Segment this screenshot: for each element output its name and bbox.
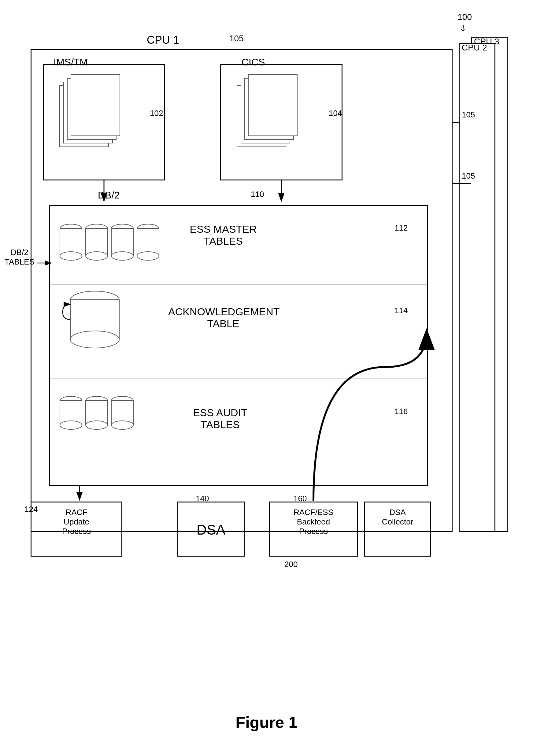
cpu3-label: CPU 3 [474,37,499,46]
cpu1-label: CPU 1 [147,34,179,46]
figure-label: Figure 1 [235,713,297,732]
ims-ref: 102 [150,109,163,118]
page: 100 ↙ CPU 2 CPU 3 105 105 CPU 1 105 IMS/… [0,0,533,756]
ref-100-arrow-icon: ↙ [457,22,469,34]
cics-ref: 104 [329,109,342,118]
ref-105-right2: 105 [462,171,475,181]
ims-box [43,64,165,180]
ack-ref: 114 [394,306,408,315]
audit-ref: 116 [394,407,408,416]
ack-label: ACKNOWLEDGEMENTTABLE [168,306,278,330]
racf-ref: 124 [24,505,38,514]
backfeed-ref-200: 200 [284,560,298,569]
dsa-label: DSA [180,522,242,538]
ack-section [49,284,428,379]
ref-105-right1: 105 [462,110,475,120]
audit-label: ESS AUDITTABLES [171,407,269,431]
cpu1-ref: 105 [229,34,244,43]
cics-label: CICS [242,57,265,68]
racf-label: RACFUpdateProcess [37,508,116,536]
ess-master-label: ESS MASTERTABLES [177,223,269,247]
dsa-ref-140: 140 [196,494,209,503]
ims-label: IMS/TM [54,57,88,68]
ref-100: 100 [458,12,472,22]
collector-label: DSACollector [365,508,430,526]
db2-label: DB/2 [98,190,120,201]
db2-tables-label: DB/2TABLES [4,248,35,267]
ess-master-ref: 112 [394,223,408,233]
db2-ref-110: 110 [251,190,264,199]
backfeed-label: RACF/ESSBackfeedProcess [271,508,356,536]
cics-box [220,64,342,180]
backfeed-ref-160: 160 [294,494,307,503]
